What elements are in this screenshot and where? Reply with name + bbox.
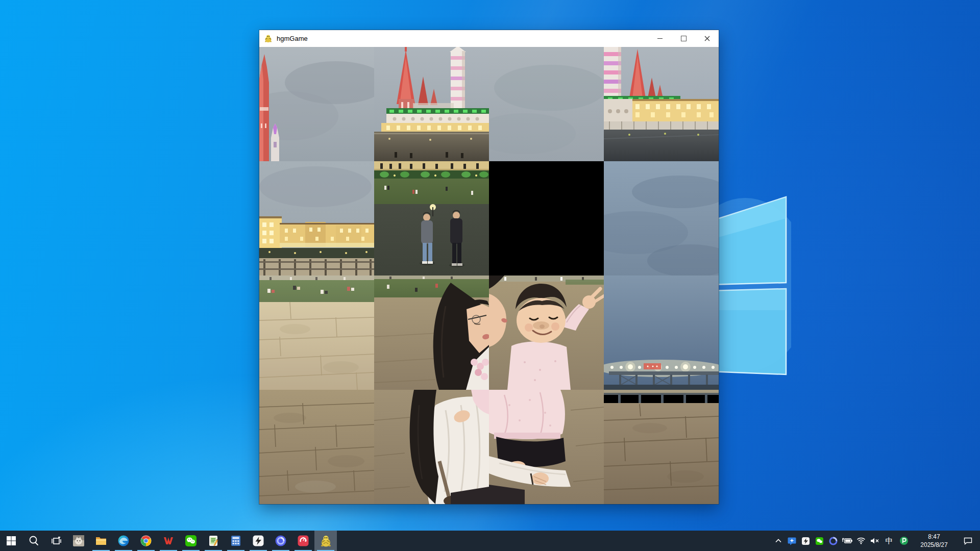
tile-r1c1-plaza-two-people[interactable]: [374, 161, 489, 276]
close-icon: [704, 36, 710, 41]
clock-date: 2025/8/27: [913, 541, 955, 549]
wifi-icon: [856, 537, 866, 544]
tray-blue-ring[interactable]: [826, 531, 840, 551]
hgmgame-window: hgmGame: [259, 30, 719, 504]
tray-wechat[interactable]: [813, 531, 826, 551]
pinned-cat-photo-app[interactable]: [67, 531, 90, 551]
maximize-button[interactable]: [672, 30, 695, 47]
lightning-tray-icon: [801, 537, 810, 545]
red-music-icon: [297, 535, 309, 547]
pinned-blue-ring-browser[interactable]: [270, 531, 292, 551]
tile-r0c2-gray-sky[interactable]: [489, 47, 604, 161]
tile-r2c0-lawn-pale-pavement[interactable]: [259, 276, 374, 390]
action-center-icon: [964, 537, 972, 545]
calculator-icon: [230, 535, 242, 547]
tray-lightning-app[interactable]: [799, 531, 813, 551]
tile-r3c3-pier-legs-pavement[interactable]: [604, 390, 719, 504]
tile-r0c0-castle-red-spire-left[interactable]: [259, 47, 374, 161]
cat-photo-icon: [72, 535, 85, 547]
minimize-button[interactable]: [648, 30, 672, 47]
pinned-lightning-music-app[interactable]: [247, 531, 270, 551]
ime-indicator[interactable]: 中: [881, 536, 897, 546]
notes-app-icon: [207, 535, 219, 547]
action-center-button[interactable]: [958, 531, 978, 551]
chevron-up-icon: [775, 538, 782, 544]
tray-blue-star-app[interactable]: [785, 531, 799, 551]
sliding-puzzle-board: [259, 47, 719, 504]
blue-star-icon: [788, 537, 796, 545]
windows-start-icon: [6, 535, 17, 546]
tray-battery[interactable]: [840, 531, 854, 551]
lightning-app-icon: [252, 535, 264, 547]
pinned-calculator[interactable]: [225, 531, 247, 551]
tile-r2c1-woman-head-kissing[interactable]: [374, 276, 489, 390]
tray-green-p-app[interactable]: [897, 531, 911, 551]
tile-r1c2-empty-black[interactable]: [489, 161, 604, 276]
clock-time: 8:47: [913, 533, 955, 541]
wps-office-icon: [162, 535, 175, 547]
window-title: hgmGame: [277, 35, 648, 42]
task-view-icon: [51, 535, 62, 546]
tile-r3c1-woman-white-jacket[interactable]: [374, 390, 489, 504]
taskbar-clock[interactable]: 8:47 2025/8/27: [911, 533, 958, 549]
tile-r0c3-castle-lit-building[interactable]: [604, 47, 719, 161]
wechat-tray-icon: [815, 537, 824, 545]
pinned-chrome-browser[interactable]: [135, 531, 157, 551]
python-turtle-icon: [264, 34, 273, 43]
pinned-red-music-app[interactable]: [292, 531, 314, 551]
blue-ring-icon: [275, 535, 287, 547]
tile-r3c0-stone-pavement[interactable]: [259, 390, 374, 504]
tile-r2c2-child-face-peace-sign[interactable]: [489, 276, 604, 390]
taskbar: 中 8:47 2025/8/27: [0, 531, 980, 551]
tile-r1c3-blue-gray-sky[interactable]: [604, 161, 719, 276]
close-button[interactable]: [695, 30, 719, 47]
wechat-icon: [185, 535, 197, 547]
tile-r3c2-child-in-pink-held[interactable]: [489, 390, 604, 504]
blue-ring-tray-icon: [829, 537, 838, 545]
title-bar[interactable]: hgmGame: [259, 30, 719, 47]
battery-charging-icon: [842, 537, 853, 544]
tile-r0c1-illuminated-castle[interactable]: [374, 47, 489, 161]
desktop: hgmGame: [0, 0, 980, 551]
tray-wifi[interactable]: [854, 531, 868, 551]
taskbar-python-game-active[interactable]: [314, 531, 337, 551]
green-p-icon: [899, 536, 909, 545]
search-icon: [28, 535, 39, 546]
python-turtle-icon: [320, 535, 332, 547]
pinned-file-explorer[interactable]: [90, 531, 112, 551]
hidden-icons-chevron[interactable]: [771, 531, 785, 551]
start-button[interactable]: [0, 531, 22, 551]
chrome-icon: [140, 535, 152, 547]
tile-r1c0-lit-riverfront[interactable]: [259, 161, 374, 276]
tray-volume-muted[interactable]: [868, 531, 881, 551]
pinned-wechat[interactable]: [180, 531, 202, 551]
edge-icon: [117, 535, 130, 547]
pinned-notes-app[interactable]: [202, 531, 225, 551]
volume-muted-icon: [870, 537, 879, 544]
pinned-edge-browser[interactable]: [112, 531, 135, 551]
tile-r2c3-sky-pier-lights[interactable]: [604, 276, 719, 390]
file-explorer-icon: [95, 535, 107, 547]
pinned-wps-office[interactable]: [157, 531, 180, 551]
task-view-button[interactable]: [45, 531, 67, 551]
search-button[interactable]: [22, 531, 45, 551]
